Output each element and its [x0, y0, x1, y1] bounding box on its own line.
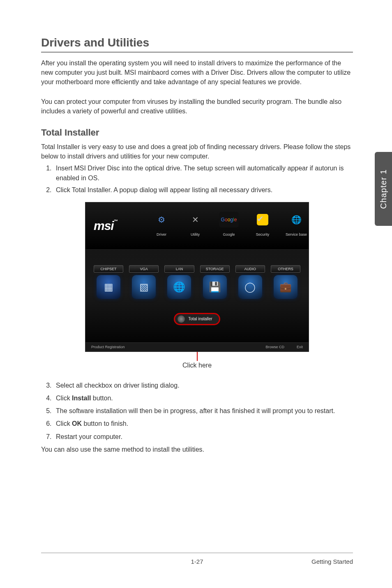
step-item: Insert MSI Driver Disc into the optical …	[53, 163, 353, 182]
sub-heading: Total Installer	[41, 127, 353, 138]
tab-service-base[interactable]: 🌐 Service base	[284, 212, 309, 237]
callout: Click here	[41, 352, 353, 369]
installer-top-tabs: ⚙ Driver ✕ Utility Google Google ✔ Secur…	[149, 212, 309, 240]
google-icon: Google	[219, 212, 239, 227]
steps-list-b: Select all checkbox on driver listing di…	[41, 381, 353, 441]
intro-paragraph-2: You can protect your computer from virus…	[41, 97, 353, 116]
callout-text: Click here	[182, 362, 212, 369]
chapter-tab: Chapter 1	[375, 152, 392, 226]
audio-icon: ◯	[238, 275, 262, 299]
tab-label: Google	[223, 232, 235, 237]
category-label: AUDIO	[235, 265, 265, 273]
step-item: Select all checkbox on driver listing di…	[53, 381, 353, 390]
page-footer: 1-27 Getting Started	[41, 553, 353, 565]
category-others[interactable]: OTHERS 💼	[271, 265, 300, 299]
category-label: OTHERS	[271, 265, 300, 273]
category-lan[interactable]: LAN 🌐	[164, 265, 194, 299]
installer-categories: CHIPSET ▦ VGA ▧ LAN 🌐 STORAGE 💾 AUDIO ◯ …	[85, 250, 309, 307]
browse-cd-link[interactable]: Browse CD	[265, 345, 284, 349]
installer-footer: Product Registration Browse CD Exit	[85, 342, 309, 351]
category-audio[interactable]: AUDIO ◯	[235, 265, 265, 299]
disc-icon	[178, 315, 185, 323]
msi-logo: msi™	[94, 219, 149, 233]
installer-header: msi™ ⚙ Driver ✕ Utility Google Google ✔ …	[85, 202, 309, 250]
callout-line-icon	[197, 352, 198, 361]
step-item: Restart your computer.	[53, 432, 353, 441]
chipset-icon: ▦	[97, 275, 120, 299]
vga-icon: ▧	[132, 275, 156, 299]
tab-utility[interactable]: ✕ Utility	[183, 212, 208, 237]
category-label: LAN	[164, 265, 194, 273]
briefcase-icon: 💼	[274, 275, 297, 299]
tab-driver[interactable]: ⚙ Driver	[149, 212, 174, 237]
exit-link[interactable]: Exit	[297, 345, 303, 349]
lan-icon: 🌐	[167, 275, 191, 299]
tab-label: Service base	[286, 232, 307, 237]
step-item: Click Install button.	[53, 393, 353, 403]
category-label: STORAGE	[200, 265, 230, 273]
step-item: Click OK button to finish.	[53, 419, 353, 428]
globe-icon: 🌐	[288, 212, 304, 227]
sub-intro: Total Installer is very easy to use and …	[41, 142, 353, 161]
category-storage[interactable]: STORAGE 💾	[200, 265, 230, 299]
shield-icon: ✔	[255, 212, 270, 227]
intro-paragraph-1: After you install the operating system y…	[41, 58, 353, 87]
wrench-icon: ✕	[187, 212, 203, 227]
product-registration-link[interactable]: Product Registration	[91, 345, 125, 349]
category-chipset[interactable]: CHIPSET ▦	[94, 265, 123, 299]
total-installer-label: Total installer	[188, 317, 212, 321]
tab-label: Security	[256, 232, 270, 237]
gear-icon: ⚙	[154, 212, 169, 227]
closing-text: You can also use the same method to inst…	[41, 445, 353, 454]
page-heading: Drivers and Utilities	[41, 36, 353, 53]
tab-label: Utility	[191, 232, 200, 237]
category-label: CHIPSET	[94, 265, 123, 273]
page-number: 1-27	[191, 558, 203, 565]
tab-security[interactable]: ✔ Security	[250, 212, 275, 237]
category-vga[interactable]: VGA ▧	[129, 265, 159, 299]
chapter-label: Chapter 1	[379, 169, 388, 209]
installer-screenshot: msi™ ⚙ Driver ✕ Utility Google Google ✔ …	[85, 202, 309, 352]
tab-google[interactable]: Google Google	[217, 212, 241, 237]
tab-label: Driver	[157, 232, 166, 237]
step-item: Click Total Installer. A popup dialog wi…	[53, 185, 353, 195]
steps-list-a: Insert MSI Driver Disc into the optical …	[41, 163, 353, 195]
category-label: VGA	[129, 265, 159, 273]
total-installer-button[interactable]: Total installer	[174, 313, 220, 325]
step-item: The software installation will then be i…	[53, 406, 353, 416]
section-name: Getting Started	[311, 558, 353, 565]
storage-icon: 💾	[203, 275, 227, 299]
installer-button-row: Total installer	[85, 313, 309, 325]
